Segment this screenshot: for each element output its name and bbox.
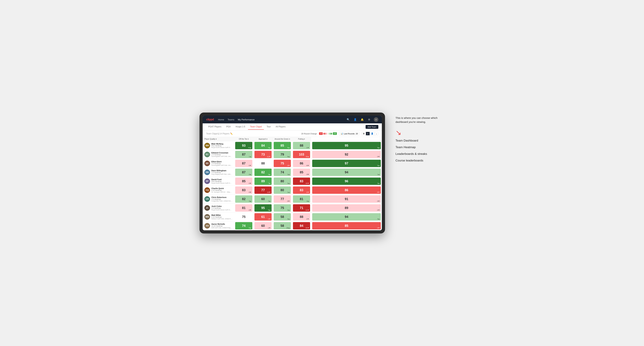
score-value: 85: [300, 171, 303, 174]
nav-teams[interactable]: Teams: [228, 118, 234, 121]
score-value: 58: [280, 215, 284, 219]
app-logo: clippd: [206, 118, 214, 121]
player-name: Chris Robertson: [212, 196, 232, 198]
score-value: 86: [345, 188, 348, 192]
score-delta: 9▲: [377, 147, 380, 149]
putting-score: 89 -2▼: [311, 204, 382, 212]
tab-hcaps[interactable]: Hcaps 1-5: [234, 124, 247, 130]
player-name: Dave Billingham: [212, 170, 232, 172]
score-value: 86: [300, 162, 303, 165]
player-cell[interactable]: EE Elliot Ebert 1-5 Handicap Sunningdale…: [203, 159, 234, 168]
player-cell[interactable]: DF David Ford Plus Handicap Royal North …: [203, 177, 234, 186]
player-cell[interactable]: JC Josh Coles 1-5 Handicap Royal North D…: [203, 204, 234, 212]
score-delta: -3▼: [287, 200, 290, 202]
score-delta: 2▲: [287, 209, 290, 211]
grid-view-btn[interactable]: ⊞: [362, 132, 366, 135]
player-club: Woburn Golf Club, United Kingdom: [212, 218, 232, 220]
score-delta: -21▼: [305, 227, 309, 229]
last-rounds-button[interactable]: 📊 Last Rounds: 20: [339, 132, 360, 135]
approach-score: 75 2▲: [273, 204, 292, 212]
list-view-btn[interactable]: ≡: [366, 132, 370, 135]
menu-item-course-leaderboards[interactable]: Course leaderboards: [396, 159, 444, 162]
off-tee-score: 89 7▲: [254, 177, 273, 186]
nav-my-performance[interactable]: My Performance: [238, 118, 254, 121]
score-value: 95: [261, 206, 265, 210]
player-cell[interactable]: CR Chris Robertson 1-5 Handicap Craigmil…: [203, 195, 234, 204]
tab-pgat[interactable]: PGAT Players: [206, 124, 224, 130]
score-delta: 8▲: [287, 147, 290, 149]
tablet-screen: clippd Home Teams My Performance 🔍 👤 🔔 ⚙…: [203, 116, 382, 230]
user-avatar[interactable]: U: [374, 117, 378, 122]
score-delta: -1▼: [268, 227, 270, 229]
menu-item-team-heatmap[interactable]: Team Heatmap: [396, 146, 444, 149]
table-row: CQ Charlie Quick 6-10 Handicap St. Georg…: [203, 186, 382, 195]
user-icon[interactable]: 👤: [353, 117, 357, 122]
sub-nav-tabs: PGAT Players PGA Hcaps 1-5 Team Clippd T…: [206, 124, 288, 130]
menu-item-team-dashboard[interactable]: Team Dashboard: [396, 139, 444, 142]
download-btn[interactable]: ↓: [375, 132, 378, 135]
putting-score: 86 -8▼: [311, 186, 382, 195]
player-handicap: 1-5 Handicap: [212, 198, 232, 200]
putting-score: 92 -3▼: [311, 150, 382, 159]
table-container: Player Quality ▾ Off the Tee ▾ Approach …: [203, 137, 382, 230]
player-club: Sunningdale Golf Club, United Kingdom: [212, 165, 232, 166]
player-cell[interactable]: BM Blair McHarg Plus Handicap Royal Nort…: [203, 141, 234, 150]
player-cell[interactable]: MM Matt Miller 6-10 Handicap Woburn Golf…: [203, 212, 234, 221]
player-name: Blair McHarg: [212, 143, 232, 145]
score-value: 93: [242, 144, 246, 148]
tab-all-players[interactable]: All Players: [274, 124, 288, 130]
around-green-score: 71 -11▼: [292, 204, 311, 212]
score-value: 97: [345, 162, 348, 165]
player-cell[interactable]: DB Dave Billingham 1-5 Handicap Gog Mago…: [203, 168, 234, 177]
search-icon[interactable]: 🔍: [346, 117, 350, 122]
player-cell[interactable]: CQ Charlie Quick 6-10 Handicap St. Georg…: [203, 186, 234, 195]
score-value: 89: [261, 179, 265, 183]
tab-tour[interactable]: Tour: [264, 124, 273, 130]
player-club: Royal North Devon Golf Club, United King…: [212, 209, 232, 211]
approach-score: 85 8▲: [273, 141, 292, 150]
score-delta: -4▼: [377, 227, 380, 229]
menu-item-leaderboards[interactable]: Leaderboards & streaks: [396, 152, 444, 156]
nav-home[interactable]: Home: [218, 118, 224, 121]
score-delta: -11▼: [305, 209, 309, 211]
player-handicap: 1-5 Handicap: [212, 207, 232, 209]
player-cell[interactable]: EC Edward Crossman 1-5 Handicap Sunningd…: [203, 150, 234, 159]
off-tee-score: 95 8▲: [254, 204, 273, 212]
tab-pga[interactable]: PGA: [224, 124, 233, 130]
add-team-button[interactable]: Add Team: [366, 125, 378, 129]
person-view-btn[interactable]: 👤: [370, 132, 375, 135]
player-name: Aaron Nicholls: [212, 223, 232, 225]
score-value: 91: [345, 197, 348, 201]
player-club: Craigmillar Park, United Kingdom: [212, 200, 232, 202]
around-green-score: 88 -1▼: [292, 141, 311, 150]
putting-score: 94 1▲: [311, 168, 382, 177]
annotation-intro: This is where you can choose which dashb…: [396, 116, 444, 124]
score-delta: 8▲: [268, 209, 270, 211]
tab-team-clippd[interactable]: Team Clippd: [248, 124, 264, 130]
score-delta: 3▲: [287, 182, 290, 184]
score-delta: -8▼: [377, 191, 380, 193]
off-tee-score: 84 6▲: [254, 141, 273, 150]
player-name: David Ford: [212, 178, 232, 180]
player-handicap: 6-10 Handicap: [212, 216, 232, 218]
score-value: 82: [242, 197, 246, 201]
settings-icon[interactable]: ⚙: [367, 117, 371, 122]
score-value: 94: [345, 215, 348, 219]
bell-icon[interactable]: 🔔: [360, 117, 364, 122]
score-value: 89: [345, 206, 348, 210]
nav-links: Home Teams My Performance: [218, 118, 346, 121]
table-row: DF David Ford Plus Handicap Royal North …: [203, 177, 382, 186]
score-value: 75: [242, 215, 246, 219]
off-tee-score: 73 -11▼: [254, 150, 273, 159]
score-delta: -3▼: [377, 200, 380, 202]
score-delta: 7▲: [268, 182, 270, 184]
team-header: Team Clippd | 14 Players ✏️ 20 Round Cha…: [203, 130, 382, 137]
tablet-frame: clippd Home Teams My Performance 🔍 👤 🔔 ⚙…: [200, 113, 385, 233]
player-quality-score: 81 -3▼: [234, 204, 254, 212]
score-value: 74: [280, 171, 284, 174]
off-tee-score: 61 -3▼: [254, 212, 273, 221]
score-delta: -2▼: [377, 209, 380, 211]
score-delta: 4▲: [306, 200, 309, 202]
player-cell[interactable]: AN Aaron Nicholls 11-15 Handicap Drift G…: [203, 221, 234, 230]
table-row: JC Josh Coles 1-5 Handicap Royal North D…: [203, 204, 382, 212]
